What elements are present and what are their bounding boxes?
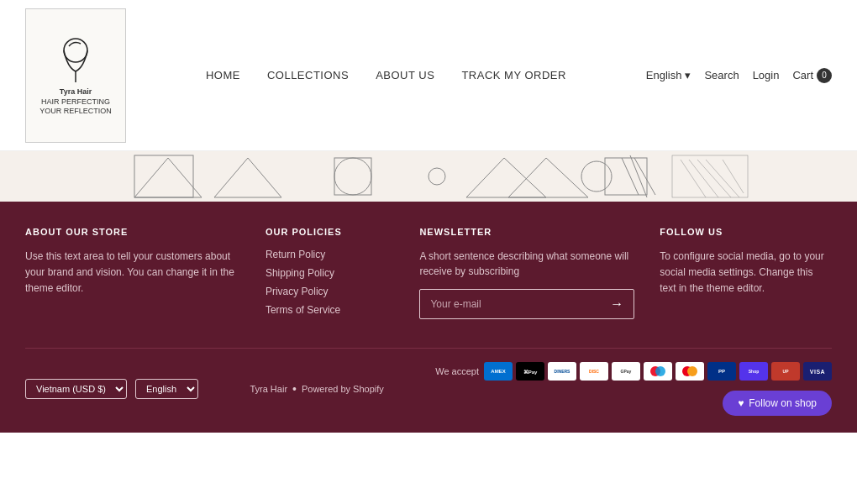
banner-decoration — [0, 151, 857, 202]
language-selector-footer[interactable]: English — [135, 379, 198, 399]
svg-rect-2 — [134, 155, 193, 197]
separator: • — [292, 382, 297, 396]
nav-home[interactable]: HOME — [206, 69, 240, 81]
svg-rect-15 — [672, 155, 748, 197]
union-pay-icon: UP — [771, 362, 800, 381]
cart-count: 0 — [817, 68, 832, 83]
language-selector[interactable]: English ▾ — [646, 69, 691, 81]
mastercard-icon — [676, 362, 704, 381]
amex-icon: AMEX — [484, 362, 513, 381]
svg-point-24 — [687, 366, 697, 376]
email-input[interactable] — [420, 290, 600, 318]
diners-icon: DINERS — [548, 362, 576, 381]
login-button[interactable]: Login — [753, 69, 780, 81]
svg-marker-8 — [466, 158, 546, 197]
svg-point-10 — [581, 161, 612, 192]
nav-about-us[interactable]: ABOUT US — [376, 69, 434, 81]
footer-bottom: Vietnam (USD $) English Tyra Hair • Powe… — [25, 348, 832, 416]
paypal-icon: PP — [707, 362, 736, 381]
footer-about-section: ABOUT OUR STORE Use this text area to te… — [25, 227, 240, 323]
policies-title: OUR POLICIES — [266, 227, 395, 237]
cart-button[interactable]: Cart 0 — [792, 68, 832, 83]
apple-pay-icon: ⌘Pay — [516, 362, 544, 381]
discover-icon: DISC — [580, 362, 608, 381]
shop-pay-icon: Shop — [739, 362, 768, 381]
terms-of-service-link[interactable]: Terms of Service — [266, 304, 395, 316]
chevron-down-icon: ▾ — [685, 69, 691, 81]
footer-follow-section: FOLLOW US To configure social media, go … — [660, 227, 832, 323]
follow-shop-label: Follow on shop — [749, 397, 817, 409]
privacy-policy-link[interactable]: Privacy Policy — [266, 286, 395, 297]
nav-track-order[interactable]: TRACK MY ORDER — [461, 69, 566, 81]
heart-icon: ♥ — [738, 397, 744, 409]
follow-text: To configure social media, go to your so… — [660, 249, 832, 297]
email-submit-button[interactable]: → — [600, 290, 634, 318]
email-form: → — [419, 289, 634, 319]
visa-icon: VISA — [803, 362, 832, 381]
svg-line-20 — [723, 160, 744, 193]
logo[interactable]: Tyra Hair HAIR PERFECTING YOUR REFLECTIO… — [25, 8, 126, 143]
logo-icon — [50, 34, 101, 84]
payment-section: We accept AMEX ⌘Pay DINERS DISC GPay — [435, 362, 832, 416]
we-accept-label: We accept — [435, 366, 479, 376]
svg-marker-3 — [134, 158, 202, 197]
header: Tyra Hair HAIR PERFECTING YOUR REFLECTIO… — [0, 0, 857, 151]
search-button[interactable]: Search — [704, 69, 739, 81]
shipping-policy-link[interactable]: Shipping Policy — [266, 267, 395, 279]
svg-marker-4 — [214, 158, 281, 197]
payment-icons: AMEX ⌘Pay DINERS DISC GPay — [484, 362, 832, 381]
follow-title: FOLLOW US — [660, 227, 832, 237]
footer-policies-section: OUR POLICIES Return Policy Shipping Poli… — [266, 227, 395, 323]
logo-name: Tyra Hair HAIR PERFECTING YOUR REFLECTIO… — [39, 87, 112, 117]
arrow-right-icon: → — [610, 297, 623, 312]
powered-by: Powered by Shopify — [302, 384, 384, 394]
brand-name: Tyra Hair — [250, 384, 287, 394]
nav-right: English ▾ Search Login Cart 0 — [646, 68, 832, 83]
svg-point-5 — [334, 158, 371, 195]
main-nav: HOME COLLECTIONS ABOUT US TRACK MY ORDER — [206, 69, 566, 81]
svg-line-12 — [622, 158, 639, 195]
newsletter-title: NEWSLETTER — [419, 227, 634, 237]
footer-top: ABOUT OUR STORE Use this text area to te… — [25, 227, 832, 323]
footer-newsletter-section: NEWSLETTER A short sentence describing w… — [419, 227, 634, 323]
about-title: ABOUT OUR STORE — [25, 227, 240, 237]
svg-line-14 — [634, 158, 655, 195]
svg-point-22 — [655, 366, 665, 376]
return-policy-link[interactable]: Return Policy — [266, 249, 395, 260]
currency-selector[interactable]: Vietnam (USD $) — [25, 379, 127, 399]
banner-area — [0, 151, 857, 202]
google-pay-icon: GPay — [612, 362, 640, 381]
maestro-icon — [644, 362, 672, 381]
follow-on-shop-button[interactable]: ♥ Follow on shop — [723, 391, 832, 416]
footer: ABOUT OUR STORE Use this text area to te… — [0, 202, 857, 433]
nav-collections[interactable]: COLLECTIONS — [267, 69, 349, 81]
newsletter-desc: A short sentence describing what someone… — [419, 249, 634, 279]
svg-marker-9 — [508, 158, 588, 197]
footer-bottom-left: Vietnam (USD $) English — [25, 379, 198, 399]
svg-point-7 — [428, 168, 445, 185]
footer-bottom-center: Tyra Hair • Powered by Shopify — [250, 382, 383, 396]
we-accept-row: We accept AMEX ⌘Pay DINERS DISC GPay — [435, 362, 832, 381]
about-text: Use this text area to tell your customer… — [25, 249, 240, 297]
